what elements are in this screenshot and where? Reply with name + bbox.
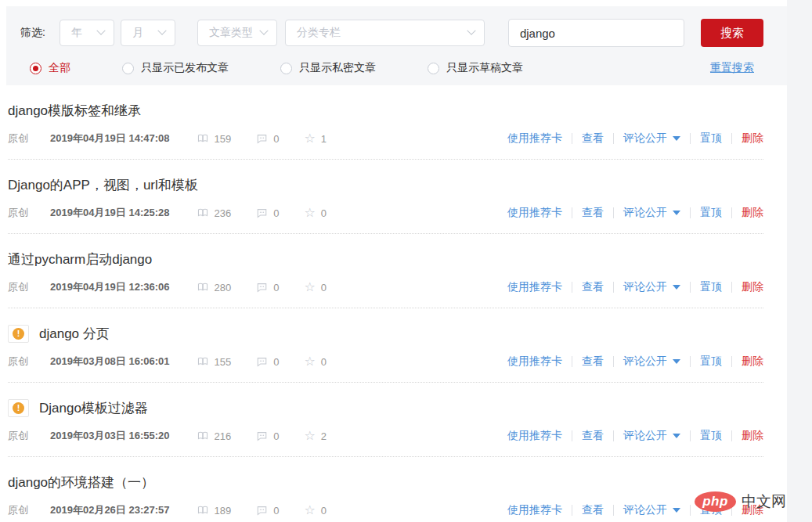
star-icon: ☆ [304, 505, 315, 516]
article-row: 通过pycharm启动django原创2019年04月19日 12:36:062… [8, 234, 763, 308]
origin-badge: 原创 [8, 429, 28, 443]
scrollbar-track[interactable] [787, 0, 812, 522]
pin-top-link[interactable]: 置顶 [700, 206, 722, 220]
comment-count: 0 [256, 356, 279, 368]
radio-draft-only[interactable]: 只显示草稿文章 [428, 61, 523, 75]
read-count: 280 [197, 282, 232, 293]
year-select-placeholder: 年 [71, 26, 82, 40]
caret-down-icon [673, 359, 680, 364]
comment-bubble-icon [256, 207, 268, 218]
pin-top-link[interactable]: 置顶 [700, 429, 722, 443]
radio-all[interactable]: 全部 [30, 61, 70, 75]
star-count: ☆0 [304, 505, 327, 517]
article-actions: 使用推荐卡查看评论公开置顶删除 [507, 355, 763, 369]
use-recommend-card-link[interactable]: 使用推荐卡 [507, 206, 562, 220]
warning-icon: ! [13, 328, 24, 340]
divider [572, 207, 572, 218]
view-link[interactable]: 查看 [582, 280, 604, 294]
use-recommend-card-link[interactable]: 使用推荐卡 [507, 355, 562, 369]
book-icon [197, 505, 209, 516]
category-column-placeholder: 分类专栏 [297, 26, 341, 40]
radio-private-only[interactable]: 只显示私密文章 [280, 61, 376, 75]
use-recommend-card-link[interactable]: 使用推荐卡 [507, 429, 562, 443]
star-icon: ☆ [304, 282, 315, 293]
article-row: !Django模板过滤器原创2019年03月03日 16:55:202160☆2… [8, 383, 763, 457]
comment-bubble-icon [256, 430, 268, 441]
star-count: ☆0 [304, 282, 327, 293]
article-actions: 使用推荐卡查看评论公开置顶删除 [507, 206, 763, 220]
search-input[interactable] [508, 19, 684, 47]
pin-top-link[interactable]: 置顶 [700, 131, 722, 146]
use-recommend-card-link[interactable]: 使用推荐卡 [507, 503, 562, 517]
search-button[interactable]: 搜索 [701, 19, 763, 47]
article-title-link[interactable]: django模版标签和继承 [8, 102, 141, 120]
article-title-link[interactable]: 通过pycharm启动django [8, 250, 152, 268]
article-date: 2019年04月19日 12:36:06 [50, 280, 170, 294]
divider [690, 207, 691, 218]
delete-link[interactable]: 删除 [742, 206, 763, 220]
article-title-link[interactable]: Django模板过滤器 [39, 399, 148, 417]
divider [690, 430, 691, 441]
article-title-link[interactable]: django 分页 [39, 325, 110, 343]
comment-visibility-dropdown[interactable]: 评论公开 [623, 355, 680, 369]
radio-published-label: 只显示已发布文章 [141, 61, 229, 75]
article-type-select[interactable]: 文章类型 [197, 20, 277, 46]
divider [613, 505, 614, 516]
article-title-link[interactable]: Django的APP，视图，url和模板 [8, 176, 198, 194]
article-meta-line: 原创2019年04月19日 14:47:081590☆1使用推荐卡查看评论公开置… [8, 131, 763, 146]
view-link[interactable]: 查看 [582, 355, 604, 369]
comment-visibility-dropdown[interactable]: 评论公开 [623, 429, 680, 443]
origin-badge: 原创 [8, 503, 28, 517]
delete-link[interactable]: 删除 [742, 131, 763, 146]
view-link[interactable]: 查看 [582, 131, 604, 146]
divider [572, 133, 572, 144]
article-row: django模版标签和继承原创2019年04月19日 14:47:081590☆… [8, 85, 763, 160]
caret-down-icon [673, 136, 680, 141]
article-title-link[interactable]: django的环境搭建（一） [8, 473, 154, 491]
view-link[interactable]: 查看 [582, 503, 604, 517]
book-icon [197, 207, 209, 218]
article-meta-line: 原创2019年04月19日 12:36:062800☆0使用推荐卡查看评论公开置… [8, 280, 763, 294]
category-column-select[interactable]: 分类专栏 [285, 20, 485, 46]
year-select[interactable]: 年 [60, 20, 114, 46]
pin-top-link[interactable]: 置顶 [700, 355, 722, 369]
caret-down-icon [673, 508, 680, 513]
radio-published-only[interactable]: 只显示已发布文章 [122, 61, 229, 75]
article-date: 2019年02月26日 23:27:57 [50, 503, 170, 517]
month-select-placeholder: 月 [132, 26, 143, 40]
use-recommend-card-link[interactable]: 使用推荐卡 [507, 131, 562, 146]
pin-top-link[interactable]: 置顶 [700, 280, 722, 294]
star-count: ☆2 [304, 430, 327, 442]
divider [690, 133, 691, 144]
star-count: ☆1 [304, 133, 327, 145]
article-type-placeholder: 文章类型 [209, 26, 253, 40]
comment-count: 0 [256, 133, 279, 145]
read-count: 236 [197, 207, 232, 219]
book-icon [197, 282, 209, 293]
comment-bubble-icon [256, 133, 268, 144]
view-link[interactable]: 查看 [582, 206, 604, 220]
delete-link[interactable]: 删除 [742, 355, 763, 369]
comment-visibility-dropdown[interactable]: 评论公开 [623, 206, 680, 220]
article-meta-line: 原创2019年04月19日 14:25:282360☆0使用推荐卡查看评论公开置… [8, 206, 763, 220]
month-select[interactable]: 月 [121, 20, 175, 46]
use-recommend-card-link[interactable]: 使用推荐卡 [507, 280, 562, 294]
radio-private-label: 只显示私密文章 [299, 61, 376, 75]
comment-visibility-dropdown[interactable]: 评论公开 [623, 503, 680, 517]
delete-link[interactable]: 删除 [742, 280, 763, 294]
radio-draft-label: 只显示草稿文章 [446, 61, 523, 75]
star-count: ☆0 [304, 356, 327, 368]
chevron-down-icon [467, 27, 475, 35]
divider [690, 282, 691, 293]
draft-warning-badge: ! [8, 325, 29, 343]
radio-selected-icon [30, 63, 42, 74]
delete-link[interactable]: 删除 [742, 429, 763, 443]
divider [572, 430, 572, 441]
article-meta-line: 原创2019年03月08日 16:06:011550☆0使用推荐卡查看评论公开置… [8, 355, 763, 369]
site-name-label: 中文网 [742, 491, 786, 512]
reset-search-link[interactable]: 重置搜索 [710, 61, 754, 75]
article-title-line: django的环境搭建（一） [8, 473, 763, 491]
view-link[interactable]: 查看 [582, 429, 604, 443]
comment-visibility-dropdown[interactable]: 评论公开 [623, 131, 680, 146]
comment-visibility-dropdown[interactable]: 评论公开 [623, 280, 680, 294]
